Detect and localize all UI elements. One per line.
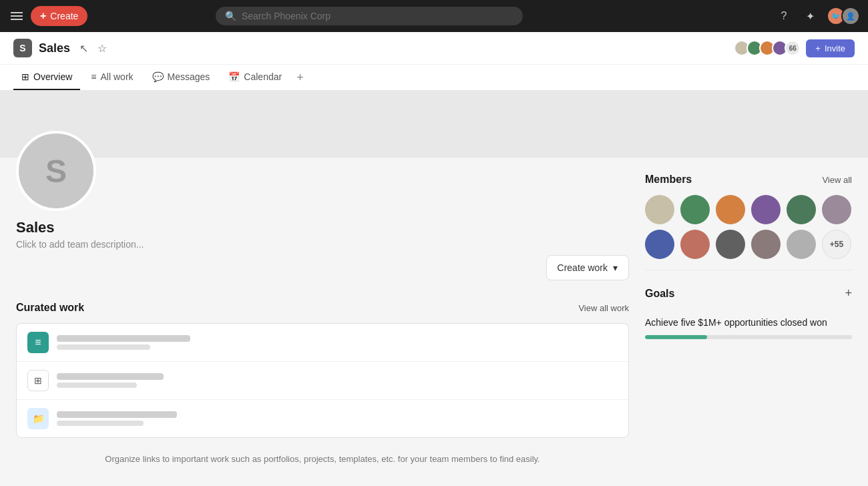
work-item-text xyxy=(57,411,177,426)
top-navigation: + Create 🔍 ? ✦ 🐦 👤 xyxy=(0,0,868,32)
work-item-text xyxy=(57,335,190,350)
current-user-avatar[interactable]: 👤 xyxy=(841,7,860,25)
team-header: S Sales ↖ ☆ 66 + Invite ⊞ Overview ≡ xyxy=(0,32,868,91)
notifications-button[interactable]: ✦ xyxy=(800,5,821,27)
member-avatar[interactable] xyxy=(822,195,851,224)
work-item-text xyxy=(57,373,164,388)
user-avatar-stack: 🐦 👤 xyxy=(827,7,860,25)
create-button[interactable]: + Create xyxy=(31,6,87,26)
member-avatar[interactable] xyxy=(645,230,674,259)
member-avatar[interactable] xyxy=(645,195,674,224)
curated-work-section: Curated work View all work ≡ ⊞ xyxy=(16,302,629,480)
tab-calendar[interactable]: 📅 Calendar xyxy=(220,65,290,90)
work-line xyxy=(57,411,177,418)
members-title: Members xyxy=(645,174,692,186)
work-card: ≡ ⊞ 📁 xyxy=(16,323,629,438)
member-avatar[interactable] xyxy=(751,195,781,224)
chevron-down-icon: ▾ xyxy=(613,262,618,273)
member-avatar[interactable] xyxy=(716,230,745,259)
work-line xyxy=(57,335,190,342)
member-avatar[interactable] xyxy=(787,195,816,224)
hero-banner xyxy=(0,91,868,158)
create-work-row: Create work ▾ xyxy=(16,255,629,280)
curated-work-header: Curated work View all work xyxy=(16,302,629,314)
member-avatar[interactable] xyxy=(751,230,781,259)
help-button[interactable]: ? xyxy=(773,5,795,27)
section-divider xyxy=(645,270,852,270)
member-count: 66 xyxy=(785,40,801,56)
members-section: Members View all +55 xyxy=(645,174,852,259)
search-icon: 🔍 xyxy=(225,11,236,21)
goal-progress-bar xyxy=(645,335,707,339)
view-all-work-link[interactable]: View all work xyxy=(578,303,629,313)
work-line xyxy=(57,373,164,380)
main-column: S Sales Click to add team description...… xyxy=(16,158,629,480)
members-header: Members View all xyxy=(645,174,852,186)
create-work-button[interactable]: Create work ▾ xyxy=(546,255,629,280)
member-mini-stack: 66 xyxy=(734,40,801,56)
overview-icon: ⊞ xyxy=(21,71,29,82)
list-icon: ≡ xyxy=(27,332,49,353)
team-description[interactable]: Click to add team description... xyxy=(16,239,629,250)
goals-section: Goals + Achieve five $1M+ opportunities … xyxy=(645,286,852,346)
empty-state-text: Organize links to important work such as… xyxy=(105,454,539,464)
curated-work-empty: Organize links to important work such as… xyxy=(16,439,629,480)
member-grid: +55 xyxy=(645,195,852,259)
team-actions: ↖ ☆ xyxy=(77,39,110,57)
add-goal-button[interactable]: + xyxy=(845,286,852,300)
grid-icon: ⊞ xyxy=(27,370,49,391)
member-avatar[interactable] xyxy=(680,195,710,224)
plus-icon: + xyxy=(40,10,46,22)
work-item[interactable]: 📁 xyxy=(17,400,628,437)
team-title-bar: S Sales ↖ ☆ 66 + Invite xyxy=(0,32,868,64)
calendar-icon: 📅 xyxy=(228,71,240,82)
work-line xyxy=(57,383,137,388)
search-bar: 🔍 xyxy=(216,7,523,25)
add-tab-button[interactable]: + xyxy=(292,65,308,90)
tab-all-work-label: All work xyxy=(101,71,134,82)
goals-title: Goals xyxy=(645,288,674,300)
messages-icon: 💬 xyxy=(152,71,164,82)
team-profile: S Sales Click to add team description... xyxy=(16,158,629,250)
work-line xyxy=(57,421,144,426)
member-avatar[interactable] xyxy=(787,230,816,259)
search-input[interactable] xyxy=(242,11,513,21)
tab-overview-label: Overview xyxy=(33,71,72,82)
hamburger-menu[interactable] xyxy=(8,7,25,25)
goals-header: Goals + xyxy=(645,286,852,300)
team-profile-name: Sales xyxy=(16,219,629,236)
invite-label: Invite xyxy=(825,43,845,53)
goal-title: Achieve five $1M+ opportunities closed w… xyxy=(645,316,852,330)
curated-work-title: Curated work xyxy=(16,302,84,314)
side-column: Members View all +55 xyxy=(645,158,852,480)
content-area: S Sales Click to add team description...… xyxy=(0,158,868,480)
all-work-icon: ≡ xyxy=(91,71,96,82)
create-label: Create xyxy=(50,11,78,21)
team-nav: ⊞ Overview ≡ All work 💬 Messages 📅 Calen… xyxy=(0,64,868,90)
view-all-members-link[interactable]: View all xyxy=(822,175,852,185)
invite-icon: + xyxy=(815,43,821,53)
create-work-label: Create work xyxy=(558,262,608,273)
team-badge: S xyxy=(13,39,32,57)
work-item[interactable]: ≡ xyxy=(17,324,628,362)
invite-button[interactable]: + Invite xyxy=(806,39,855,57)
team-avatar-large: S xyxy=(16,131,96,211)
goal-item[interactable]: Achieve five $1M+ opportunities closed w… xyxy=(645,310,852,346)
member-avatar[interactable] xyxy=(716,195,745,224)
topnav-right: ? ✦ 🐦 👤 xyxy=(773,5,860,27)
goal-progress-bar-container xyxy=(645,335,852,339)
work-line xyxy=(57,344,150,350)
team-name: Sales xyxy=(39,41,70,55)
work-item[interactable]: ⊞ xyxy=(17,362,628,400)
tab-calendar-label: Calendar xyxy=(244,71,282,82)
tab-all-work[interactable]: ≡ All work xyxy=(83,65,141,90)
folder-icon: 📁 xyxy=(27,408,49,429)
member-overflow-count[interactable]: +55 xyxy=(822,230,851,259)
tab-overview[interactable]: ⊞ Overview xyxy=(13,65,80,90)
tab-messages[interactable]: 💬 Messages xyxy=(144,65,218,90)
cursor-icon[interactable]: ↖ xyxy=(77,39,91,57)
favorite-button[interactable]: ☆ xyxy=(95,39,110,57)
member-avatar[interactable] xyxy=(680,230,710,259)
tab-messages-label: Messages xyxy=(168,71,210,82)
